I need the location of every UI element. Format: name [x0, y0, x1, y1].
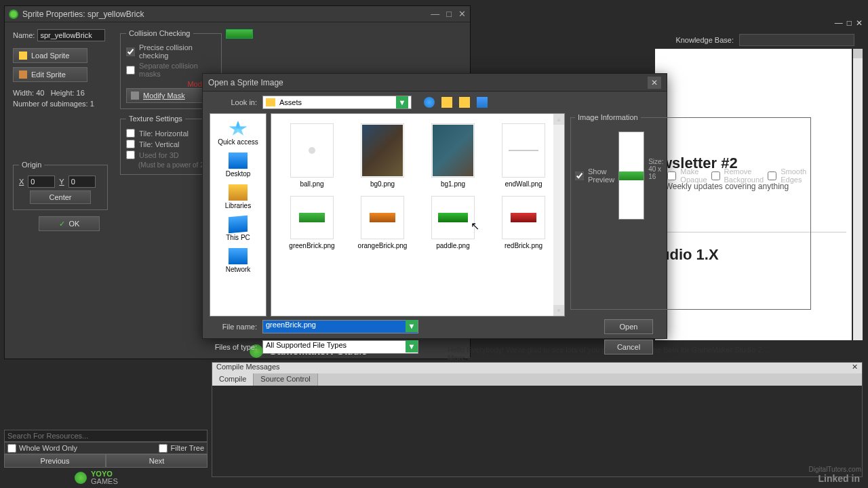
compile-tabs: Compile Source Control	[212, 373, 862, 386]
preview-size-label: Size: 40 x 16	[648, 158, 663, 180]
compile-output[interactable]	[212, 386, 862, 474]
sidebar-quick-access[interactable]: Quick access	[210, 118, 266, 148]
folder-open-icon	[19, 52, 27, 60]
source-watermark: DigitalTutors.com	[809, 466, 861, 473]
scroll-up-icon[interactable]: ▲	[853, 49, 863, 58]
file-item-ball[interactable]: ball.png	[277, 119, 347, 192]
filename-row: File name: greenBrick.png▼ Open	[203, 317, 667, 337]
file-item-orangebrick[interactable]: orangeBrick.png	[347, 192, 418, 253]
view-menu-icon[interactable]	[477, 97, 488, 108]
sprite-icon	[9, 9, 18, 19]
network-icon	[229, 248, 248, 264]
origin-group: Origin X Y Center	[13, 161, 108, 216]
open-button[interactable]: Open	[604, 319, 653, 334]
sprite-canvas-preview	[226, 29, 253, 39]
name-label: Name:	[13, 31, 35, 39]
sidebar-network[interactable]: Network	[210, 245, 266, 276]
previous-button[interactable]: Previous	[4, 454, 106, 468]
pencil-icon	[19, 70, 27, 79]
sprite-properties-titlebar[interactable]: Sprite Properties: spr_yellowBrick — □ ✕	[5, 6, 470, 22]
open-dialog-titlebar[interactable]: Open a Sprite Image ✕	[203, 74, 667, 92]
close-icon[interactable]: ✕	[856, 18, 863, 28]
load-sprite-button[interactable]: Load Sprite	[13, 48, 87, 63]
preview-box	[618, 131, 644, 220]
scroll-down-icon[interactable]: ▼	[553, 305, 564, 316]
filetype-label: Files of type:	[210, 343, 257, 351]
file-item-bg0[interactable]: bg0.png	[347, 119, 418, 192]
sidebar-libraries[interactable]: Libraries	[210, 182, 266, 212]
yoyo-logo-icon	[75, 472, 87, 484]
filename-label: File name:	[210, 323, 257, 331]
new-folder-icon[interactable]	[459, 97, 470, 108]
file-list[interactable]: ball.png bg0.png bg1.png endWall.png gre…	[271, 113, 565, 317]
cancel-button[interactable]: Cancel	[604, 340, 653, 354]
sp-close-icon[interactable]: ✕	[458, 9, 466, 19]
news-scrollbar[interactable]: ▲	[853, 49, 863, 340]
tab-source-control[interactable]: Source Control	[254, 373, 317, 386]
folder-icon	[266, 98, 275, 106]
filename-input[interactable]: greenBrick.png▼	[262, 320, 418, 333]
star-icon	[229, 121, 248, 137]
look-in-dropdown[interactable]: Assets ▼	[262, 96, 412, 109]
mask-icon	[131, 92, 139, 100]
edit-sprite-button[interactable]: Edit Sprite	[13, 67, 87, 82]
resource-search-area: Whole Word Only Filter Tree Previous Nex…	[4, 430, 208, 468]
knowledge-base-row: Knowledge Base:	[675, 34, 854, 46]
minimize-icon[interactable]: —	[835, 18, 843, 28]
tab-compile[interactable]: Compile	[212, 373, 254, 386]
dropdown-arrow-icon[interactable]: ▼	[396, 96, 408, 108]
ok-button[interactable]: OK	[39, 216, 100, 231]
modify-mask-button[interactable]: Modify Mask	[126, 88, 214, 103]
make-opaque-checkbox[interactable]: Make Opaque	[667, 167, 707, 184]
scroll-up-icon[interactable]: ▲	[553, 114, 564, 125]
whole-word-checkbox[interactable]: Whole Word Only	[5, 444, 106, 453]
precise-collision-checkbox[interactable]: Precise collision checking	[126, 43, 216, 60]
open-sprite-dialog: Open a Sprite Image ✕ Look in: Assets ▼ …	[202, 73, 667, 339]
sp-maximize-icon[interactable]: □	[446, 9, 452, 19]
look-in-row: Look in: Assets ▼	[203, 92, 667, 113]
sp-minimize-icon[interactable]: —	[431, 9, 439, 19]
filename-dropdown-icon[interactable]: ▼	[406, 320, 418, 332]
remove-background-checkbox[interactable]: Remove Background	[711, 167, 764, 184]
up-folder-icon[interactable]	[441, 97, 452, 108]
file-item-greenbrick[interactable]: greenBrick.png	[277, 192, 347, 253]
maximize-icon[interactable]: □	[847, 18, 852, 28]
file-item-bg1[interactable]: bg1.png	[418, 119, 488, 192]
compile-close-icon[interactable]: ✕	[852, 363, 858, 373]
file-list-scrollbar[interactable]: ▲ ▼	[553, 114, 564, 316]
dialog-close-icon[interactable]: ✕	[648, 77, 661, 89]
yoyo-games-logo: YOYOGAMES	[75, 470, 118, 485]
libraries-icon	[229, 184, 248, 201]
compile-messages-panel: Compile Messages ✕ Compile Source Contro…	[212, 362, 863, 477]
file-item-endwall[interactable]: endWall.png	[488, 119, 559, 192]
filter-tree-checkbox[interactable]: Filter Tree	[106, 444, 207, 453]
back-icon[interactable]	[424, 97, 435, 108]
sprite-left-column: Name: Load Sprite Edit Sprite Width: 40 …	[13, 29, 115, 109]
linkedin-watermark: Linked in	[818, 473, 860, 484]
resource-search-input[interactable]	[4, 430, 208, 442]
origin-y-input[interactable]	[68, 176, 96, 188]
app-window-controls: — □ ✕	[835, 18, 863, 28]
origin-x-input[interactable]	[28, 176, 55, 188]
center-button[interactable]: Center	[30, 190, 91, 204]
file-item-paddle[interactable]: paddle.png	[418, 192, 488, 253]
sidebar-this-pc[interactable]: This PC	[210, 214, 266, 244]
filetype-dropdown-icon[interactable]: ▼	[406, 340, 418, 352]
app-root: — □ ✕ Knowledge Base: Sprite Properties:…	[0, 0, 868, 488]
sidebar-desktop[interactable]: Desktop	[210, 150, 266, 180]
filetype-dropdown[interactable]: All Supported File Types▼	[262, 340, 418, 354]
next-button[interactable]: Next	[106, 454, 208, 468]
knowledge-base-input[interactable]	[739, 34, 854, 46]
desktop-icon	[229, 152, 248, 169]
look-in-label: Look in:	[210, 98, 257, 106]
origin-y-label: Y	[59, 178, 64, 186]
show-preview-checkbox[interactable]: Show Preview Size: 40 x 16 Make Opaque R…	[575, 127, 806, 224]
smooth-edges-checkbox[interactable]: Smooth Edges	[768, 167, 806, 184]
filetype-row: Files of type: All Supported File Types▼…	[203, 337, 667, 357]
sprite-name-input[interactable]	[37, 29, 105, 41]
compile-header[interactable]: Compile Messages ✕	[212, 363, 862, 373]
origin-x-label: X	[19, 178, 24, 186]
pc-icon	[229, 216, 248, 233]
sprite-properties-title: Sprite Properties: spr_yellowBrick	[22, 9, 144, 19]
file-item-redbrick[interactable]: redBrick.png	[488, 192, 559, 253]
